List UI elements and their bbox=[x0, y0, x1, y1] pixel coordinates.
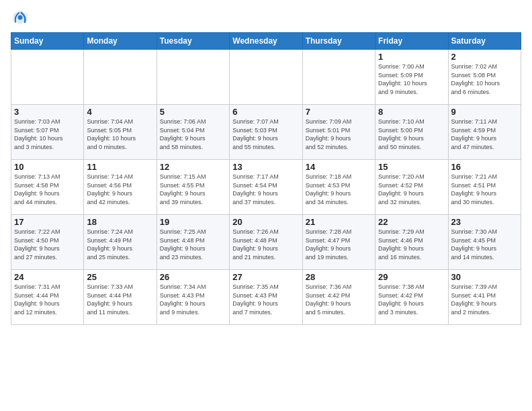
week-row-5: 24Sunrise: 7:31 AM Sunset: 4:44 PM Dayli… bbox=[11, 270, 521, 325]
day-cell: 5Sunrise: 7:06 AM Sunset: 5:04 PM Daylig… bbox=[157, 105, 229, 160]
day-info: Sunrise: 7:13 AM Sunset: 4:58 PM Dayligh… bbox=[14, 173, 81, 206]
day-header-tuesday: Tuesday bbox=[157, 33, 229, 50]
day-info: Sunrise: 7:17 AM Sunset: 4:54 PM Dayligh… bbox=[232, 173, 299, 206]
day-info: Sunrise: 7:21 AM Sunset: 4:51 PM Dayligh… bbox=[451, 173, 518, 206]
day-cell: 15Sunrise: 7:20 AM Sunset: 4:52 PM Dayli… bbox=[375, 160, 448, 215]
day-info: Sunrise: 7:20 AM Sunset: 4:52 PM Dayligh… bbox=[378, 173, 445, 206]
day-cell: 10Sunrise: 7:13 AM Sunset: 4:58 PM Dayli… bbox=[11, 160, 84, 215]
day-cell: 2Sunrise: 7:02 AM Sunset: 5:08 PM Daylig… bbox=[448, 50, 521, 105]
svg-point-1 bbox=[18, 15, 23, 20]
day-cell: 29Sunrise: 7:38 AM Sunset: 4:42 PM Dayli… bbox=[375, 270, 448, 325]
day-number: 25 bbox=[87, 272, 153, 282]
day-cell: 19Sunrise: 7:25 AM Sunset: 4:48 PM Dayli… bbox=[157, 215, 229, 270]
day-info: Sunrise: 7:10 AM Sunset: 5:00 PM Dayligh… bbox=[378, 118, 445, 151]
day-info: Sunrise: 7:14 AM Sunset: 4:56 PM Dayligh… bbox=[87, 173, 153, 206]
day-info: Sunrise: 7:34 AM Sunset: 4:43 PM Dayligh… bbox=[160, 283, 226, 316]
day-cell: 26Sunrise: 7:34 AM Sunset: 4:43 PM Dayli… bbox=[157, 270, 229, 325]
day-cell: 23Sunrise: 7:30 AM Sunset: 4:45 PM Dayli… bbox=[448, 215, 521, 270]
day-header-sunday: Sunday bbox=[11, 33, 84, 50]
day-number: 9 bbox=[451, 107, 518, 117]
day-cell bbox=[157, 50, 229, 105]
day-cell: 16Sunrise: 7:21 AM Sunset: 4:51 PM Dayli… bbox=[448, 160, 521, 215]
day-number: 28 bbox=[306, 272, 372, 282]
day-info: Sunrise: 7:03 AM Sunset: 5:07 PM Dayligh… bbox=[14, 118, 81, 151]
day-number: 24 bbox=[14, 272, 81, 282]
day-number: 22 bbox=[378, 217, 445, 227]
day-number: 1 bbox=[378, 52, 445, 62]
day-info: Sunrise: 7:11 AM Sunset: 4:59 PM Dayligh… bbox=[451, 118, 518, 151]
day-cell: 8Sunrise: 7:10 AM Sunset: 5:00 PM Daylig… bbox=[375, 105, 448, 160]
day-info: Sunrise: 7:35 AM Sunset: 4:43 PM Dayligh… bbox=[232, 283, 299, 316]
week-row-4: 17Sunrise: 7:22 AM Sunset: 4:50 PM Dayli… bbox=[11, 215, 521, 270]
day-cell: 30Sunrise: 7:39 AM Sunset: 4:41 PM Dayli… bbox=[448, 270, 521, 325]
logo bbox=[11, 8, 32, 27]
day-number: 18 bbox=[87, 217, 153, 227]
day-cell: 12Sunrise: 7:15 AM Sunset: 4:55 PM Dayli… bbox=[157, 160, 229, 215]
day-number: 6 bbox=[232, 107, 299, 117]
day-number: 12 bbox=[160, 162, 226, 172]
day-cell: 17Sunrise: 7:22 AM Sunset: 4:50 PM Dayli… bbox=[11, 215, 84, 270]
day-cell: 4Sunrise: 7:04 AM Sunset: 5:05 PM Daylig… bbox=[84, 105, 157, 160]
day-number: 27 bbox=[232, 272, 299, 282]
day-number: 14 bbox=[306, 162, 372, 172]
day-cell: 21Sunrise: 7:28 AM Sunset: 4:47 PM Dayli… bbox=[302, 215, 375, 270]
page: SundayMondayTuesdayWednesdayThursdayFrid… bbox=[0, 0, 532, 333]
day-info: Sunrise: 7:30 AM Sunset: 4:45 PM Dayligh… bbox=[451, 228, 518, 261]
day-info: Sunrise: 7:18 AM Sunset: 4:53 PM Dayligh… bbox=[306, 173, 372, 206]
day-number: 2 bbox=[451, 52, 518, 62]
day-cell: 3Sunrise: 7:03 AM Sunset: 5:07 PM Daylig… bbox=[11, 105, 84, 160]
day-number: 30 bbox=[451, 272, 518, 282]
day-cell bbox=[230, 50, 302, 105]
day-info: Sunrise: 7:07 AM Sunset: 5:03 PM Dayligh… bbox=[232, 118, 299, 151]
day-info: Sunrise: 7:38 AM Sunset: 4:42 PM Dayligh… bbox=[378, 283, 445, 316]
day-info: Sunrise: 7:00 AM Sunset: 5:09 PM Dayligh… bbox=[378, 62, 445, 96]
day-cell: 20Sunrise: 7:26 AM Sunset: 4:48 PM Dayli… bbox=[230, 215, 302, 270]
day-info: Sunrise: 7:09 AM Sunset: 5:01 PM Dayligh… bbox=[306, 118, 372, 151]
week-row-1: 1Sunrise: 7:00 AM Sunset: 5:09 PM Daylig… bbox=[11, 50, 521, 105]
day-header-wednesday: Wednesday bbox=[230, 33, 302, 50]
day-info: Sunrise: 7:39 AM Sunset: 4:41 PM Dayligh… bbox=[451, 283, 518, 316]
day-cell: 24Sunrise: 7:31 AM Sunset: 4:44 PM Dayli… bbox=[11, 270, 84, 325]
day-cell: 28Sunrise: 7:36 AM Sunset: 4:42 PM Dayli… bbox=[302, 270, 375, 325]
day-number: 16 bbox=[451, 162, 518, 172]
day-cell: 25Sunrise: 7:33 AM Sunset: 4:44 PM Dayli… bbox=[84, 270, 157, 325]
day-header-friday: Friday bbox=[375, 33, 448, 50]
day-info: Sunrise: 7:06 AM Sunset: 5:04 PM Dayligh… bbox=[160, 118, 226, 151]
day-header-monday: Monday bbox=[84, 33, 157, 50]
day-number: 23 bbox=[451, 217, 518, 227]
day-number: 19 bbox=[160, 217, 226, 227]
header bbox=[11, 8, 521, 27]
day-info: Sunrise: 7:15 AM Sunset: 4:55 PM Dayligh… bbox=[160, 173, 226, 206]
day-number: 15 bbox=[378, 162, 445, 172]
day-cell: 22Sunrise: 7:29 AM Sunset: 4:46 PM Dayli… bbox=[375, 215, 448, 270]
day-cell bbox=[84, 50, 157, 105]
day-number: 29 bbox=[378, 272, 445, 282]
day-number: 26 bbox=[160, 272, 226, 282]
day-info: Sunrise: 7:36 AM Sunset: 4:42 PM Dayligh… bbox=[306, 283, 372, 316]
logo-icon bbox=[11, 8, 30, 27]
day-cell: 9Sunrise: 7:11 AM Sunset: 4:59 PM Daylig… bbox=[448, 105, 521, 160]
day-number: 7 bbox=[306, 107, 372, 117]
day-info: Sunrise: 7:26 AM Sunset: 4:48 PM Dayligh… bbox=[232, 228, 299, 261]
day-number: 4 bbox=[87, 107, 153, 117]
day-cell bbox=[302, 50, 375, 105]
days-header-row: SundayMondayTuesdayWednesdayThursdayFrid… bbox=[11, 33, 521, 50]
day-number: 17 bbox=[14, 217, 81, 227]
day-info: Sunrise: 7:02 AM Sunset: 5:08 PM Dayligh… bbox=[451, 62, 518, 96]
day-cell: 13Sunrise: 7:17 AM Sunset: 4:54 PM Dayli… bbox=[230, 160, 302, 215]
week-row-2: 3Sunrise: 7:03 AM Sunset: 5:07 PM Daylig… bbox=[11, 105, 521, 160]
day-number: 3 bbox=[14, 107, 81, 117]
day-info: Sunrise: 7:24 AM Sunset: 4:49 PM Dayligh… bbox=[87, 228, 153, 261]
day-number: 20 bbox=[232, 217, 299, 227]
day-cell: 18Sunrise: 7:24 AM Sunset: 4:49 PM Dayli… bbox=[84, 215, 157, 270]
day-info: Sunrise: 7:29 AM Sunset: 4:46 PM Dayligh… bbox=[378, 228, 445, 261]
week-row-3: 10Sunrise: 7:13 AM Sunset: 4:58 PM Dayli… bbox=[11, 160, 521, 215]
day-number: 21 bbox=[306, 217, 372, 227]
day-info: Sunrise: 7:28 AM Sunset: 4:47 PM Dayligh… bbox=[306, 228, 372, 261]
day-number: 5 bbox=[160, 107, 226, 117]
day-info: Sunrise: 7:33 AM Sunset: 4:44 PM Dayligh… bbox=[87, 283, 153, 316]
day-cell: 27Sunrise: 7:35 AM Sunset: 4:43 PM Dayli… bbox=[230, 270, 302, 325]
day-info: Sunrise: 7:04 AM Sunset: 5:05 PM Dayligh… bbox=[87, 118, 153, 151]
day-cell: 14Sunrise: 7:18 AM Sunset: 4:53 PM Dayli… bbox=[302, 160, 375, 215]
day-cell: 6Sunrise: 7:07 AM Sunset: 5:03 PM Daylig… bbox=[230, 105, 302, 160]
